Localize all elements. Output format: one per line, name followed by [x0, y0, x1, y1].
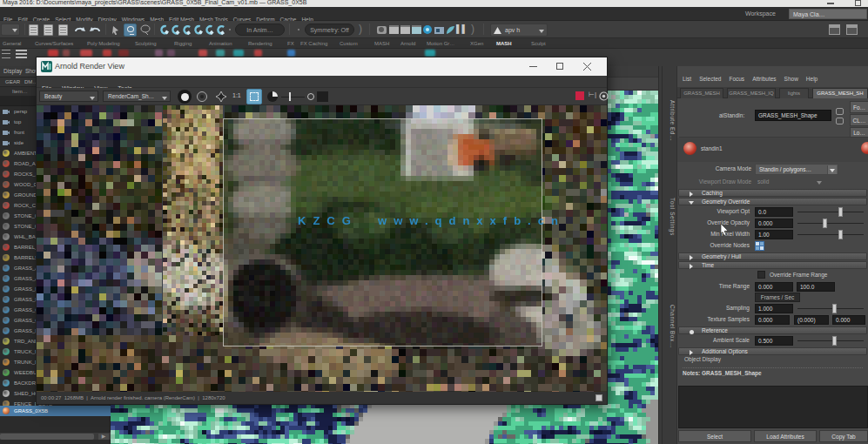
svg-text:KZCG www.qdnxxfb.cn: KZCG www.qdnxxfb.cn: [298, 214, 565, 227]
